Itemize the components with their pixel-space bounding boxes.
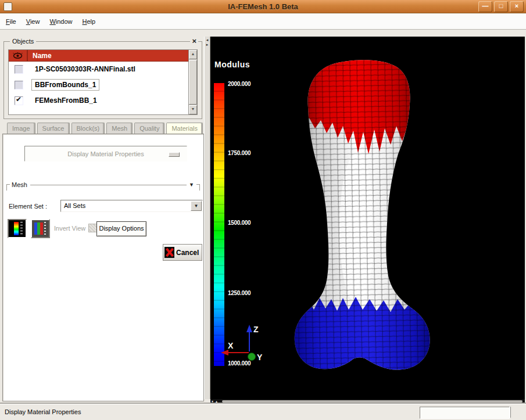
cancel-button[interactable]: Cancel (163, 244, 202, 261)
red-x-icon (164, 247, 174, 258)
banded-colors-icon (34, 222, 43, 235)
render-viewport[interactable]: Modulus 2000.000 1750.000 1500.000 1250.… (210, 37, 525, 399)
display-icons-row: Invert View Display Options (3, 218, 203, 239)
panel-splitter[interactable]: ◄ ► (204, 37, 210, 399)
close-button[interactable]: × (510, 1, 524, 12)
scroll-down-icon[interactable]: ▼ (189, 105, 197, 114)
minimize-button[interactable]: — (478, 1, 492, 12)
object-name[interactable]: FEMeshFromBB_1 (31, 95, 101, 106)
menu-window[interactable]: Window (49, 18, 72, 25)
table-row[interactable]: 1P-SC05030303R-ANNFinal.stl (9, 62, 189, 77)
window-titlebar[interactable]: IA-FEMesh 1.0 Beta — □ × (0, 0, 526, 13)
viewport-bottom-strip[interactable]: ▾ ▴ (210, 399, 525, 404)
display-options-button[interactable]: Display Options (96, 221, 146, 236)
table-scrollbar[interactable]: ▲ ▼ (188, 50, 197, 114)
group-corner (196, 184, 200, 191)
window-title: IA-FEMesh 1.0 Beta (0, 2, 526, 11)
splitter-arrows[interactable]: ◄ ► (205, 38, 210, 47)
colorbar-ticks-icon (20, 222, 23, 235)
display-material-properties-dropdown[interactable]: Display Material Properties (24, 146, 187, 161)
element-set-label: Element Set : (9, 203, 47, 210)
chevron-down-icon[interactable]: ▼ (191, 201, 202, 211)
axis-x-label: X (228, 341, 234, 350)
status-message: Display Material Properties (5, 408, 81, 415)
eye-icon (9, 50, 28, 61)
splitter-right-icon[interactable]: ► (206, 43, 209, 46)
visibility-checkbox[interactable] (15, 81, 23, 89)
tab-mesh[interactable]: Mesh (106, 123, 133, 134)
objects-groupbox: Objects × Name 1P-SC05030303R-ANNFinal.s… (3, 41, 202, 119)
colorbar-icon (14, 222, 19, 235)
menu-view[interactable]: View (26, 18, 40, 25)
window-menu-icon[interactable] (3, 2, 12, 11)
element-set-value: All Sets (64, 202, 85, 209)
option-menu-indicator-icon (169, 152, 180, 157)
display-material-properties-label: Display Material Properties (67, 150, 144, 157)
visibility-checkbox[interactable] (15, 65, 23, 74)
objects-group-title: Objects (10, 38, 36, 45)
menu-file[interactable]: File (6, 18, 16, 25)
object-name[interactable]: BBFromBounds_1 (31, 79, 99, 91)
mesh-group-header: Mesh ▼ (6, 181, 200, 189)
tab-materials[interactable]: Materials (166, 123, 203, 134)
window-controls: — □ × (478, 1, 524, 12)
axis-y-label: Y (257, 353, 263, 362)
tab-blocks[interactable]: Block(s) (71, 123, 105, 134)
tab-surface[interactable]: Surface (37, 123, 70, 134)
table-row[interactable]: ✔ FEMeshFromBB_1 (9, 93, 189, 108)
group-line (30, 185, 187, 185)
name-column-header: Name (28, 52, 189, 60)
banded-display-button[interactable] (31, 219, 50, 238)
colorbar-display-button[interactable] (8, 219, 27, 238)
scroll-up-icon[interactable]: ▲ (189, 50, 197, 59)
element-set-combobox[interactable]: All Sets ▼ (60, 200, 203, 212)
visibility-checkbox[interactable]: ✔ (15, 96, 23, 105)
cancel-label: Cancel (176, 249, 199, 257)
invert-view-label: Invert View (54, 225, 85, 232)
strip-up-icon[interactable]: ▴ (214, 400, 219, 403)
mesh-group-title: Mesh (10, 181, 30, 188)
objects-table: Name 1P-SC05030303R-ANNFinal.stl BBFromB… (8, 49, 198, 115)
left-panel: Objects × Name 1P-SC05030303R-ANNFinal.s… (2, 37, 204, 404)
axis-z-label: Z (253, 325, 259, 334)
check-icon: ✔ (16, 95, 22, 103)
tab-quality[interactable]: Quality (134, 123, 164, 134)
strip-scrollbar[interactable] (222, 400, 523, 403)
splitter-left-icon[interactable]: ◄ (206, 38, 209, 42)
element-set-row: Element Set : All Sets ▼ (3, 200, 203, 214)
bone-mesh-model: X Z Y (210, 37, 525, 399)
maximize-button[interactable]: □ (494, 1, 508, 12)
resize-grip[interactable] (510, 407, 525, 418)
menu-bar: File View Window Help (0, 13, 526, 30)
materials-tab-panel: Display Material Properties Mesh ▼ Eleme… (2, 134, 204, 401)
collapse-arrow-icon[interactable]: ▼ (187, 182, 196, 188)
objects-table-header: Name (9, 50, 189, 62)
status-progress-box (420, 407, 510, 419)
status-bar: Display Material Properties (0, 404, 526, 420)
scrollbar-thumb[interactable] (189, 60, 197, 105)
axis-triad: X Z Y (221, 325, 263, 362)
object-name[interactable]: 1P-SC05030303R-ANNFinal.stl (31, 63, 139, 75)
dashed-scale-icon (44, 222, 46, 235)
tab-image[interactable]: Image (7, 123, 35, 134)
table-row[interactable]: BBFromBounds_1 (9, 77, 189, 92)
objects-close-icon[interactable]: × (190, 37, 198, 45)
menu-help[interactable]: Help (83, 18, 96, 25)
strip-down-icon[interactable]: ▾ (210, 400, 214, 403)
invert-view-checkbox[interactable] (88, 224, 97, 232)
